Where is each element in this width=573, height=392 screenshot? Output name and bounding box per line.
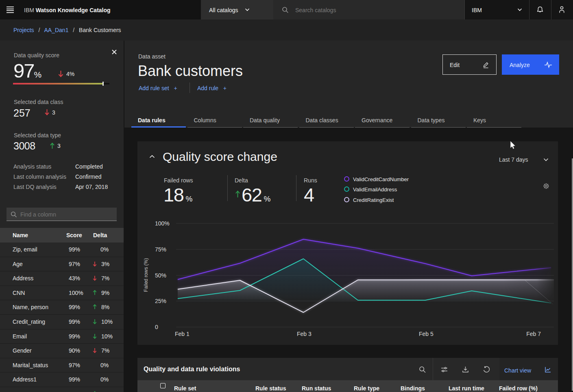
- svg-text:100%: 100%: [155, 220, 170, 227]
- svg-text:Feb 3: Feb 3: [297, 331, 312, 337]
- svg-text:Failed rows (%): Failed rows (%): [143, 258, 149, 292]
- svg-text:25%: 25%: [155, 298, 166, 304]
- svg-text:0: 0: [155, 324, 158, 330]
- svg-text:Feb 5: Feb 5: [419, 331, 434, 337]
- svg-text:Feb 1: Feb 1: [175, 331, 190, 337]
- svg-text:75%: 75%: [155, 246, 166, 253]
- svg-text:Feb 7: Feb 7: [526, 331, 541, 337]
- svg-text:50%: 50%: [155, 272, 166, 279]
